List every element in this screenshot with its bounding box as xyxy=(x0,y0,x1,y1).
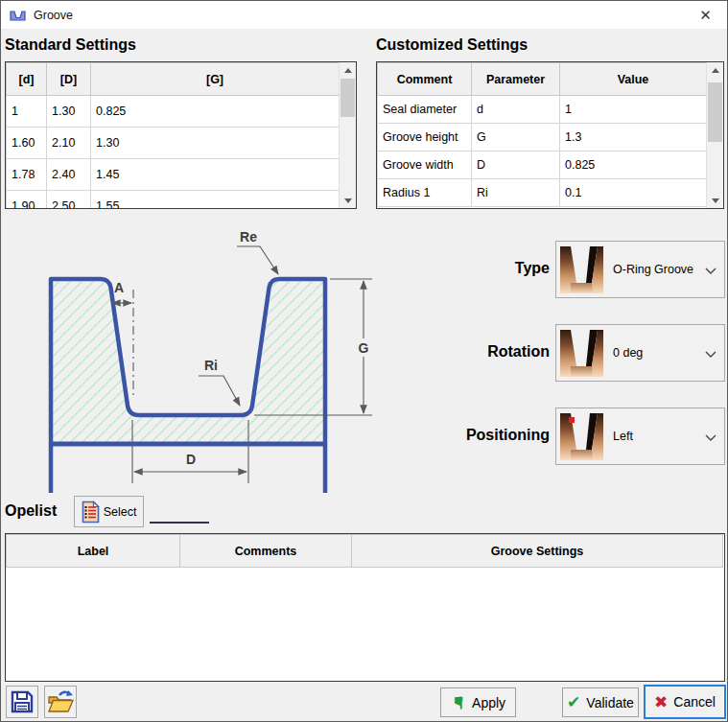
table-cell[interactable]: 1.55 xyxy=(91,191,340,210)
positioning-label: Positioning xyxy=(423,427,550,444)
cancel-button[interactable]: ✖ Cancel xyxy=(644,685,726,719)
table-cell[interactable]: 0.825 xyxy=(560,151,707,179)
validate-button-label: Validate xyxy=(586,695,634,710)
scroll-down-button[interactable] xyxy=(707,193,723,208)
table-row[interactable]: 1.602.101.30 xyxy=(7,128,340,159)
column-header: Groove Settings xyxy=(352,535,723,568)
table-cell[interactable]: Seal diameter xyxy=(378,96,472,124)
standard-settings-heading: Standard Settings xyxy=(5,36,136,54)
triangle-down-icon xyxy=(712,198,719,203)
rotation-combobox[interactable]: 0 deg xyxy=(555,324,725,382)
table-cell[interactable]: 1.3 xyxy=(560,124,707,151)
table-cell[interactable]: 1.78 xyxy=(7,159,47,191)
table-row[interactable]: Radius 1Ri0.1 xyxy=(378,179,707,207)
table-cell[interactable]: Radius 1 xyxy=(378,179,472,207)
groove-positioning-thumbnail-icon xyxy=(558,410,610,462)
open-file-button[interactable] xyxy=(44,686,77,718)
floppy-disk-icon xyxy=(10,689,35,714)
groove-rotation-thumbnail-icon xyxy=(558,327,610,379)
cancel-x-icon: ✖ xyxy=(654,694,668,710)
column-header: Comments xyxy=(180,535,352,568)
table-header-row: LabelCommentsGroove Settings xyxy=(7,535,723,568)
groove-cross-section-diagram: A Re Ri G D xyxy=(20,217,423,493)
column-header: Parameter xyxy=(472,63,560,96)
scroll-down-button[interactable] xyxy=(340,193,356,208)
close-button[interactable]: ✕ xyxy=(684,1,727,30)
rotation-value: 0 deg xyxy=(613,346,643,360)
chevron-down-icon xyxy=(705,428,716,445)
standard-table-scrollbar[interactable] xyxy=(339,62,356,208)
table-cell[interactable]: 2.40 xyxy=(47,159,91,191)
table-row[interactable]: 11.300.825 xyxy=(7,96,340,128)
column-header: Comment xyxy=(378,63,472,96)
groove-dialog: Groove ✕ Standard Settings Customized Se… xyxy=(0,0,728,722)
operations-table: LabelCommentsGroove Settings xyxy=(5,533,725,682)
apply-button[interactable]: ☛ Apply xyxy=(440,687,516,717)
column-header: [d] xyxy=(7,63,47,96)
type-combobox[interactable]: O-Ring Groove xyxy=(555,241,725,298)
table-cell[interactable]: 1.45 xyxy=(91,159,340,191)
column-header: Label xyxy=(7,535,180,568)
table-cell[interactable]: 1.30 xyxy=(91,128,340,159)
scroll-up-button[interactable] xyxy=(340,62,356,78)
table-cell[interactable]: d xyxy=(472,96,560,124)
table-row[interactable]: 1.782.401.45 xyxy=(7,159,340,191)
type-value: O-Ring Groove xyxy=(613,263,693,276)
table-cell[interactable]: 1 xyxy=(7,96,47,128)
opelist-label: Opelist xyxy=(5,502,57,520)
groove-type-thumbnail-icon xyxy=(558,244,610,295)
groove-width-label: D xyxy=(186,452,196,467)
scrollbar-thumb[interactable] xyxy=(708,82,722,142)
angle-label: A xyxy=(114,280,124,295)
customized-settings-table: CommentParameterValue Seal diameterd1Gro… xyxy=(376,61,724,209)
positioning-value: Left xyxy=(613,430,633,443)
triangle-up-icon xyxy=(712,68,719,73)
validate-check-icon: ✔ xyxy=(567,694,580,710)
table-header-row: CommentParameterValue xyxy=(378,63,707,96)
groove-icon xyxy=(10,9,26,21)
edge-radius-label: Re xyxy=(240,229,257,245)
table-cell[interactable]: G xyxy=(472,124,560,151)
table-row[interactable]: 1.902.501.55 xyxy=(7,191,340,210)
apply-hand-icon: ☛ xyxy=(450,694,467,710)
table-cell[interactable]: 0.1 xyxy=(560,179,707,207)
table-cell[interactable]: 1.30 xyxy=(47,96,91,128)
table-cell[interactable]: D xyxy=(472,151,560,179)
table-row[interactable]: Groove heightG1.3 xyxy=(378,124,707,151)
rotation-label: Rotation xyxy=(423,343,550,361)
column-header: Value xyxy=(560,63,707,96)
table-cell[interactable]: 1 xyxy=(560,96,707,124)
column-header: [D] xyxy=(47,63,91,96)
table-row[interactable]: Seal diameterd1 xyxy=(378,96,707,124)
scrollbar-thumb[interactable] xyxy=(341,79,355,117)
standard-settings-table: [d][D][G] 11.300.8251.602.101.301.782.40… xyxy=(5,61,357,209)
table-row[interactable]: Groove widthD0.825 xyxy=(378,151,707,179)
table-cell[interactable]: Groove height xyxy=(378,124,472,151)
type-label: Type xyxy=(423,260,550,277)
validate-button[interactable]: ✔ Validate xyxy=(562,687,639,717)
cancel-button-label: Cancel xyxy=(673,694,716,710)
table-cell[interactable]: 2.50 xyxy=(47,191,91,210)
table-header-row: [d][D][G] xyxy=(7,63,340,96)
open-folder-icon xyxy=(47,689,74,714)
table-cell[interactable]: Groove width xyxy=(378,151,472,179)
triangle-down-icon xyxy=(344,198,352,203)
table-cell[interactable]: Ri xyxy=(472,179,560,207)
table-cell[interactable]: 0.825 xyxy=(91,96,340,128)
triangle-up-icon xyxy=(344,68,352,73)
table-cell[interactable]: 1.90 xyxy=(7,191,47,210)
positioning-combobox[interactable]: Left xyxy=(555,408,725,465)
scroll-up-button[interactable] xyxy=(707,62,723,78)
inner-radius-label: Ri xyxy=(204,358,218,373)
save-button[interactable] xyxy=(6,686,38,718)
select-button[interactable]: Select xyxy=(74,496,144,527)
separator-line xyxy=(150,522,209,524)
apply-button-label: Apply xyxy=(472,695,505,710)
window-title: Groove xyxy=(34,9,73,22)
table-cell[interactable]: 1.60 xyxy=(7,128,47,159)
customized-table-scrollbar[interactable] xyxy=(706,62,723,208)
chevron-down-icon xyxy=(705,261,716,278)
column-header: [G] xyxy=(91,63,340,96)
title-bar[interactable]: Groove xyxy=(1,1,727,30)
table-cell[interactable]: 2.10 xyxy=(47,128,91,159)
